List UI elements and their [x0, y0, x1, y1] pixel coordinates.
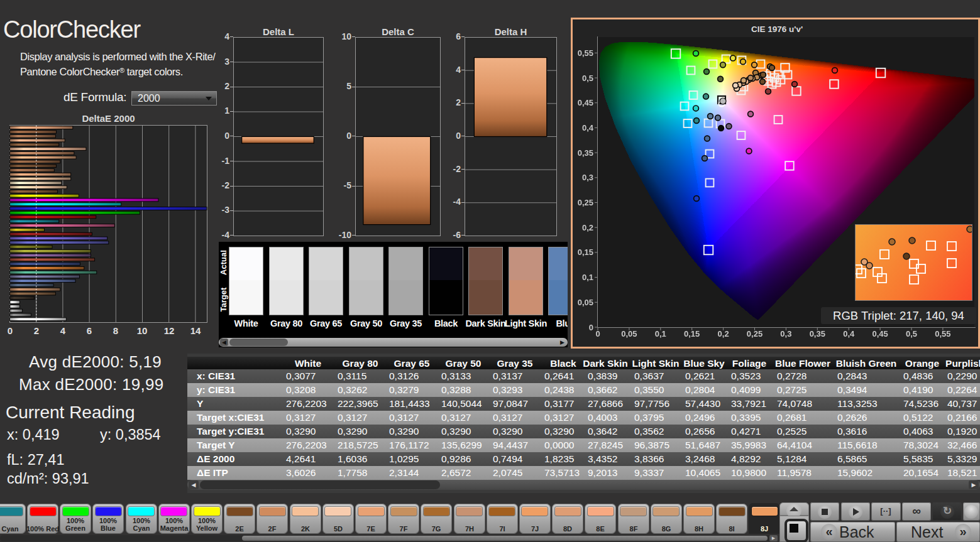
svg-text:0,55: 0,55 — [578, 48, 593, 58]
svg-text:0,5: 0,5 — [582, 73, 593, 83]
svg-text:0,15: 0,15 — [684, 329, 700, 339]
svg-text:0: 0 — [589, 323, 593, 332]
svg-text:0,2: 0,2 — [582, 223, 593, 232]
svg-text:0,4: 0,4 — [582, 123, 594, 133]
svg-text:0,1: 0,1 — [582, 273, 593, 282]
svg-text:0,3: 0,3 — [582, 173, 593, 182]
svg-text:0,15: 0,15 — [578, 247, 593, 257]
svg-text:0,3: 0,3 — [780, 329, 791, 339]
svg-text:0,05: 0,05 — [578, 298, 593, 307]
svg-text:0,35: 0,35 — [810, 329, 825, 339]
svg-text:0,2: 0,2 — [718, 329, 729, 339]
svg-text:0,5: 0,5 — [906, 329, 917, 339]
svg-text:0,45: 0,45 — [578, 98, 593, 107]
svg-text:0,25: 0,25 — [578, 198, 593, 207]
svg-text:0,25: 0,25 — [747, 329, 763, 339]
svg-text:0,55: 0,55 — [935, 329, 950, 339]
svg-text:0,35: 0,35 — [578, 148, 593, 158]
svg-text:0,4: 0,4 — [843, 329, 855, 339]
svg-text:0,45: 0,45 — [872, 329, 888, 339]
svg-text:0,05: 0,05 — [621, 329, 637, 339]
svg-text:0: 0 — [595, 329, 600, 339]
svg-text:0,1: 0,1 — [655, 329, 666, 339]
